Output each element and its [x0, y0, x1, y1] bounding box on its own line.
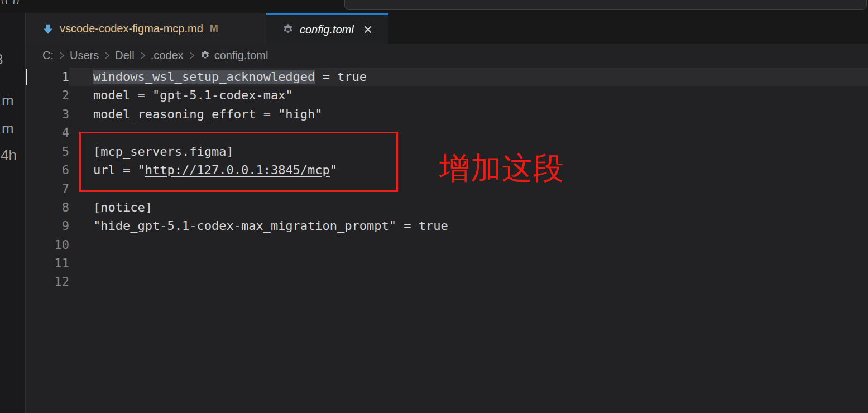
code-line[interactable]: 12	[26, 272, 868, 291]
vscode-window: ({ }) 3 m m 4h vscode-codex-figma-mcp.md…	[0, 0, 868, 413]
code-line[interactable]: 9 "hide_gpt-5.1-codex-max_migration_prom…	[26, 217, 868, 235]
line-number: 11	[26, 254, 69, 272]
breadcrumb-drive[interactable]: C:	[42, 49, 54, 62]
code-line[interactable]: 2 model = "gpt-5.1-codex-max"	[26, 86, 868, 104]
text-cursor	[26, 69, 27, 85]
line-number: 1	[26, 68, 69, 86]
tab-vscode-codex-figma-mcp-md[interactable]: vscode-codex-figma-mcp.md M	[26, 13, 266, 44]
line-number: 2	[26, 86, 69, 104]
url-link[interactable]: http://127.0.0.1:3845/mcp	[145, 163, 330, 177]
line-number: 4	[26, 123, 69, 142]
line-number: 10	[26, 236, 69, 254]
close-icon[interactable]	[363, 25, 373, 35]
line-number: 5	[26, 142, 69, 161]
editor-group: vscode-codex-figma-mcp.md M config.toml …	[26, 13, 868, 413]
sidebar-fragment: m	[2, 120, 14, 137]
chevron-right-icon	[188, 51, 196, 60]
markdown-down-arrow-icon	[42, 23, 54, 35]
code-text: model = "gpt-5.1-codex-max"	[69, 86, 293, 104]
code-line[interactable]: 7	[26, 179, 868, 198]
code-text	[69, 236, 93, 254]
code-text	[69, 272, 93, 291]
tab-bar: vscode-codex-figma-mcp.md M config.toml	[26, 13, 868, 44]
sidebar-fragment: 4h	[1, 147, 17, 164]
code-text: [mcp_servers.figma]	[69, 142, 234, 161]
line-number: 12	[26, 272, 69, 291]
gear-icon	[282, 23, 294, 36]
code-text: "	[330, 163, 337, 177]
code-line[interactable]: 10	[26, 236, 868, 254]
code-text: url = "	[93, 163, 145, 177]
gear-icon	[200, 50, 210, 61]
line-number: 3	[26, 105, 69, 123]
code-line[interactable]: 4	[26, 123, 868, 142]
chevron-right-icon	[103, 51, 111, 60]
sidebar-fragment: 3	[0, 51, 3, 68]
titlebar-clipped-text: ({ })	[1, 0, 20, 4]
line-number: 8	[26, 198, 69, 217]
chevron-right-icon	[57, 51, 66, 60]
code-line[interactable]: 5 [mcp_servers.figma]	[26, 142, 868, 161]
git-modified-badge: M	[210, 23, 218, 35]
code-text: "hide_gpt-5.1-codex-max_migration_prompt…	[69, 217, 448, 235]
selected-word: windows_wsl_setup_acknowledged	[93, 70, 315, 84]
breadcrumb: C: Users Dell .codex config.toml	[26, 44, 868, 68]
breadcrumb-codex[interactable]: .codex	[151, 49, 184, 62]
code-line[interactable]: 1 windows_wsl_setup_acknowledged = true	[26, 68, 868, 86]
code-line[interactable]: 3 model_reasoning_effort = "high"	[26, 105, 868, 123]
line-number: 9	[26, 217, 69, 235]
code-text	[69, 123, 93, 142]
code-text	[69, 254, 93, 272]
tab-config-toml[interactable]: config.toml	[266, 13, 388, 44]
code-editor[interactable]: 1 windows_wsl_setup_acknowledged = true …	[26, 68, 868, 413]
code-text	[69, 179, 93, 198]
code-line[interactable]: 11	[26, 254, 868, 272]
code-text: model_reasoning_effort = "high"	[69, 105, 323, 123]
line-number: 6	[26, 161, 69, 179]
line-number: 7	[26, 179, 69, 198]
titlebar: ({ })	[0, 0, 868, 13]
code-text: url = "http://127.0.0.1:3845/mcp"	[69, 161, 337, 179]
sidebar-sliver: 3 m m 4h	[0, 13, 26, 413]
chevron-right-icon	[138, 51, 147, 60]
tab-label: vscode-codex-figma-mcp.md	[60, 22, 203, 35]
sidebar-fragment: m	[2, 92, 14, 109]
breadcrumb-dell[interactable]: Dell	[115, 49, 134, 62]
code-line[interactable]: 6 url = "http://127.0.0.1:3845/mcp"	[26, 161, 868, 179]
tab-label: config.toml	[300, 23, 354, 36]
command-center-box[interactable]	[344, 0, 867, 10]
code-text: [notice]	[69, 198, 152, 217]
breadcrumb-file[interactable]: config.toml	[214, 49, 268, 62]
breadcrumb-users[interactable]: Users	[70, 49, 99, 62]
code-line[interactable]: 8 [notice]	[26, 198, 868, 217]
